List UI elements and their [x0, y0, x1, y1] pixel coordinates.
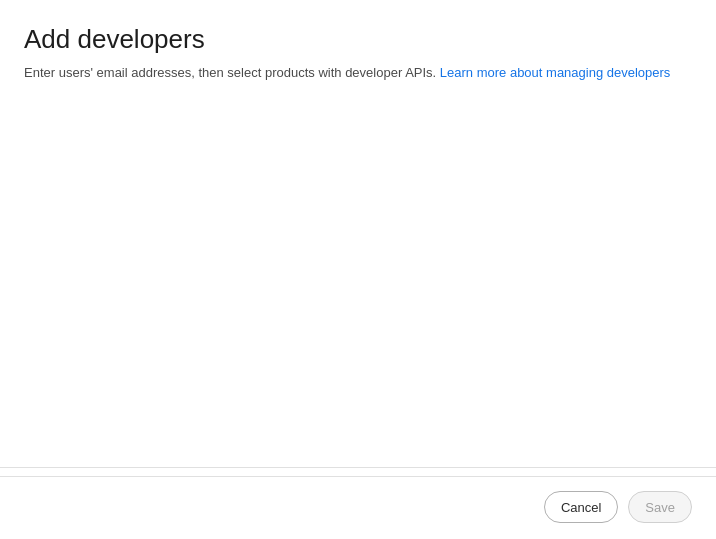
- page-wrapper: Add developers Enter users' email addres…: [0, 0, 716, 539]
- footer: Cancel Save: [0, 476, 716, 539]
- cancel-button[interactable]: Cancel: [544, 491, 618, 523]
- save-button[interactable]: Save: [628, 491, 692, 523]
- content-area: ▲ ▼ Developer 1 Remove Email or username…: [0, 467, 716, 468]
- description-text: Enter users' email addresses, then selec…: [24, 65, 440, 80]
- learn-more-link[interactable]: Learn more about managing developers: [440, 65, 671, 80]
- page-header-area: Add developers Enter users' email addres…: [0, 0, 716, 467]
- page-description: Enter users' email addresses, then selec…: [24, 65, 692, 80]
- page-title: Add developers: [24, 24, 692, 55]
